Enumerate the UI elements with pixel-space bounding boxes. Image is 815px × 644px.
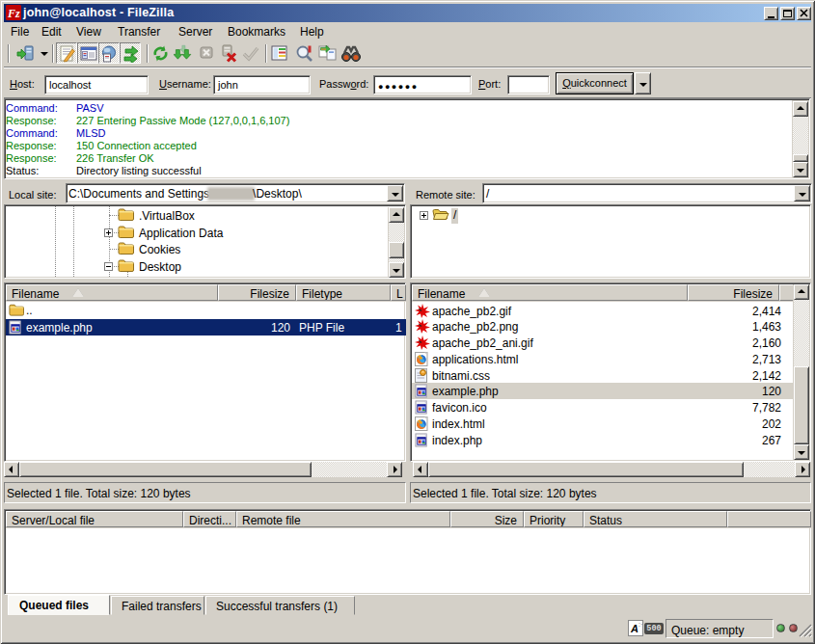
svg-text:Fz: Fz: [7, 7, 20, 20]
